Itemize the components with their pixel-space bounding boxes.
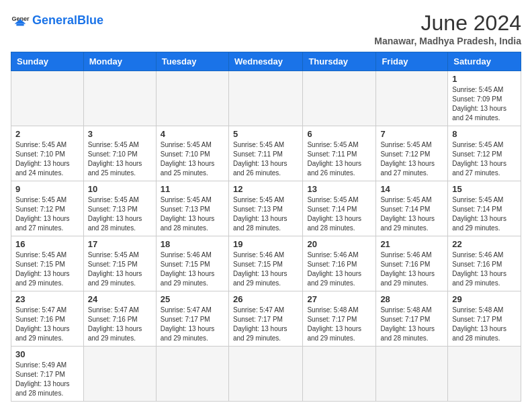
- day-info: Sunrise: 5:45 AM Sunset: 7:12 PM Dayligh…: [380, 140, 443, 178]
- day-info: Sunrise: 5:48 AM Sunset: 7:17 PM Dayligh…: [307, 306, 371, 343]
- day-number: 17: [88, 239, 152, 249]
- calendar-cell: 14Sunrise: 5:45 AM Sunset: 7:14 PM Dayli…: [376, 181, 448, 236]
- calendar-cell: 27Sunrise: 5:48 AM Sunset: 7:17 PM Dayli…: [303, 291, 376, 347]
- day-info: Sunrise: 5:45 AM Sunset: 7:14 PM Dayligh…: [307, 195, 371, 233]
- calendar-cell: 11Sunrise: 5:45 AM Sunset: 7:13 PM Dayli…: [156, 181, 228, 236]
- calendar-cell: 6Sunrise: 5:45 AM Sunset: 7:11 PM Daylig…: [303, 126, 376, 181]
- calendar-week-3: 9Sunrise: 5:45 AM Sunset: 7:12 PM Daylig…: [11, 181, 521, 236]
- day-number: 18: [161, 239, 224, 249]
- day-info: Sunrise: 5:45 AM Sunset: 7:13 PM Dayligh…: [161, 195, 224, 233]
- day-info: Sunrise: 5:45 AM Sunset: 7:11 PM Dayligh…: [233, 140, 298, 178]
- calendar-cell: 2Sunrise: 5:45 AM Sunset: 7:10 PM Daylig…: [11, 126, 84, 181]
- day-number: 19: [233, 239, 298, 249]
- day-number: 5: [233, 129, 298, 139]
- weekday-header-tuesday: Tuesday: [156, 52, 228, 71]
- day-number: 12: [233, 184, 298, 194]
- day-info: Sunrise: 5:47 AM Sunset: 7:16 PM Dayligh…: [15, 306, 79, 343]
- day-info: Sunrise: 5:45 AM Sunset: 7:10 PM Dayligh…: [161, 140, 224, 178]
- weekday-header-thursday: Thursday: [303, 52, 376, 71]
- day-info: Sunrise: 5:45 AM Sunset: 7:13 PM Dayligh…: [88, 195, 152, 233]
- calendar-cell: 23Sunrise: 5:47 AM Sunset: 7:16 PM Dayli…: [11, 291, 84, 347]
- day-info: Sunrise: 5:47 AM Sunset: 7:16 PM Dayligh…: [88, 306, 152, 343]
- day-number: 23: [15, 294, 79, 304]
- day-info: Sunrise: 5:46 AM Sunset: 7:16 PM Dayligh…: [307, 250, 371, 288]
- day-info: Sunrise: 5:45 AM Sunset: 7:13 PM Dayligh…: [233, 195, 298, 233]
- calendar-cell: 22Sunrise: 5:46 AM Sunset: 7:16 PM Dayli…: [448, 236, 521, 291]
- logo-text: GeneralBlue: [32, 13, 103, 27]
- weekday-header-monday: Monday: [83, 52, 156, 71]
- calendar-week-4: 16Sunrise: 5:45 AM Sunset: 7:15 PM Dayli…: [11, 236, 521, 291]
- page-header: General GeneralBlue June 2024 Manawar, M…: [11, 11, 521, 46]
- logo-blue: Blue: [77, 13, 103, 27]
- calendar-cell: [156, 347, 228, 402]
- weekday-header-wednesday: Wednesday: [228, 52, 302, 71]
- day-info: Sunrise: 5:45 AM Sunset: 7:15 PM Dayligh…: [88, 250, 152, 288]
- day-info: Sunrise: 5:45 AM Sunset: 7:12 PM Dayligh…: [15, 195, 79, 233]
- calendar-cell: 28Sunrise: 5:48 AM Sunset: 7:17 PM Dayli…: [376, 291, 448, 347]
- day-number: 21: [380, 239, 443, 249]
- calendar-cell: [448, 347, 521, 402]
- day-info: Sunrise: 5:45 AM Sunset: 7:09 PM Dayligh…: [452, 85, 517, 123]
- day-number: 28: [380, 294, 443, 304]
- calendar-cell: [376, 347, 448, 402]
- day-number: 9: [15, 184, 79, 194]
- day-number: 4: [161, 129, 224, 139]
- calendar-cell: [228, 347, 302, 402]
- day-number: 15: [452, 184, 517, 194]
- calendar-cell: 30Sunrise: 5:49 AM Sunset: 7:17 PM Dayli…: [11, 347, 84, 402]
- day-info: Sunrise: 5:45 AM Sunset: 7:12 PM Dayligh…: [452, 140, 517, 178]
- day-number: 2: [15, 129, 79, 139]
- calendar-week-1: 1Sunrise: 5:45 AM Sunset: 7:09 PM Daylig…: [11, 71, 521, 126]
- day-number: 20: [307, 239, 371, 249]
- calendar-cell: 19Sunrise: 5:46 AM Sunset: 7:15 PM Dayli…: [228, 236, 302, 291]
- calendar-cell: 10Sunrise: 5:45 AM Sunset: 7:13 PM Dayli…: [83, 181, 156, 236]
- day-info: Sunrise: 5:45 AM Sunset: 7:11 PM Dayligh…: [307, 140, 371, 178]
- day-number: 25: [161, 294, 224, 304]
- generalblue-logo-icon: General: [11, 11, 30, 30]
- calendar-cell: 24Sunrise: 5:47 AM Sunset: 7:16 PM Dayli…: [83, 291, 156, 347]
- month-year-title: June 2024: [374, 11, 521, 36]
- day-info: Sunrise: 5:45 AM Sunset: 7:15 PM Dayligh…: [15, 250, 79, 288]
- calendar-table: SundayMondayTuesdayWednesdayThursdayFrid…: [11, 52, 521, 402]
- day-info: Sunrise: 5:49 AM Sunset: 7:17 PM Dayligh…: [15, 361, 79, 398]
- day-number: 3: [88, 129, 152, 139]
- day-info: Sunrise: 5:45 AM Sunset: 7:10 PM Dayligh…: [15, 140, 79, 178]
- day-number: 1: [452, 74, 517, 84]
- calendar-week-2: 2Sunrise: 5:45 AM Sunset: 7:10 PM Daylig…: [11, 126, 521, 181]
- calendar-cell: 7Sunrise: 5:45 AM Sunset: 7:12 PM Daylig…: [376, 126, 448, 181]
- day-info: Sunrise: 5:47 AM Sunset: 7:17 PM Dayligh…: [233, 306, 298, 343]
- day-info: Sunrise: 5:48 AM Sunset: 7:17 PM Dayligh…: [380, 306, 443, 343]
- logo: General GeneralBlue: [11, 11, 103, 30]
- day-number: 30: [15, 349, 79, 359]
- day-info: Sunrise: 5:45 AM Sunset: 7:14 PM Dayligh…: [452, 195, 517, 233]
- day-info: Sunrise: 5:46 AM Sunset: 7:16 PM Dayligh…: [380, 250, 443, 288]
- calendar-cell: 1Sunrise: 5:45 AM Sunset: 7:09 PM Daylig…: [448, 71, 521, 126]
- calendar-cell: 26Sunrise: 5:47 AM Sunset: 7:17 PM Dayli…: [228, 291, 302, 347]
- title-section: June 2024 Manawar, Madhya Pradesh, India: [374, 11, 521, 46]
- calendar-cell: 3Sunrise: 5:45 AM Sunset: 7:10 PM Daylig…: [83, 126, 156, 181]
- calendar-cell: 18Sunrise: 5:46 AM Sunset: 7:15 PM Dayli…: [156, 236, 228, 291]
- day-number: 8: [452, 129, 517, 139]
- calendar-cell: 29Sunrise: 5:48 AM Sunset: 7:17 PM Dayli…: [448, 291, 521, 347]
- day-number: 22: [452, 239, 517, 249]
- day-info: Sunrise: 5:46 AM Sunset: 7:15 PM Dayligh…: [161, 250, 224, 288]
- day-number: 14: [380, 184, 443, 194]
- calendar-cell: 9Sunrise: 5:45 AM Sunset: 7:12 PM Daylig…: [11, 181, 84, 236]
- day-info: Sunrise: 5:45 AM Sunset: 7:10 PM Dayligh…: [88, 140, 152, 178]
- day-number: 10: [88, 184, 152, 194]
- day-info: Sunrise: 5:47 AM Sunset: 7:17 PM Dayligh…: [161, 306, 224, 343]
- calendar-cell: 16Sunrise: 5:45 AM Sunset: 7:15 PM Dayli…: [11, 236, 84, 291]
- calendar-cell: 8Sunrise: 5:45 AM Sunset: 7:12 PM Daylig…: [448, 126, 521, 181]
- calendar-cell: 20Sunrise: 5:46 AM Sunset: 7:16 PM Dayli…: [303, 236, 376, 291]
- calendar-cell: [376, 71, 448, 126]
- calendar-cell: 25Sunrise: 5:47 AM Sunset: 7:17 PM Dayli…: [156, 291, 228, 347]
- logo-general: General: [32, 13, 77, 27]
- calendar-cell: [228, 71, 302, 126]
- weekday-header-saturday: Saturday: [448, 52, 521, 71]
- calendar-cell: 5Sunrise: 5:45 AM Sunset: 7:11 PM Daylig…: [228, 126, 302, 181]
- day-info: Sunrise: 5:48 AM Sunset: 7:17 PM Dayligh…: [452, 306, 517, 343]
- calendar-cell: 13Sunrise: 5:45 AM Sunset: 7:14 PM Dayli…: [303, 181, 376, 236]
- calendar-cell: [83, 347, 156, 402]
- weekday-header-row: SundayMondayTuesdayWednesdayThursdayFrid…: [11, 52, 521, 71]
- day-number: 29: [452, 294, 517, 304]
